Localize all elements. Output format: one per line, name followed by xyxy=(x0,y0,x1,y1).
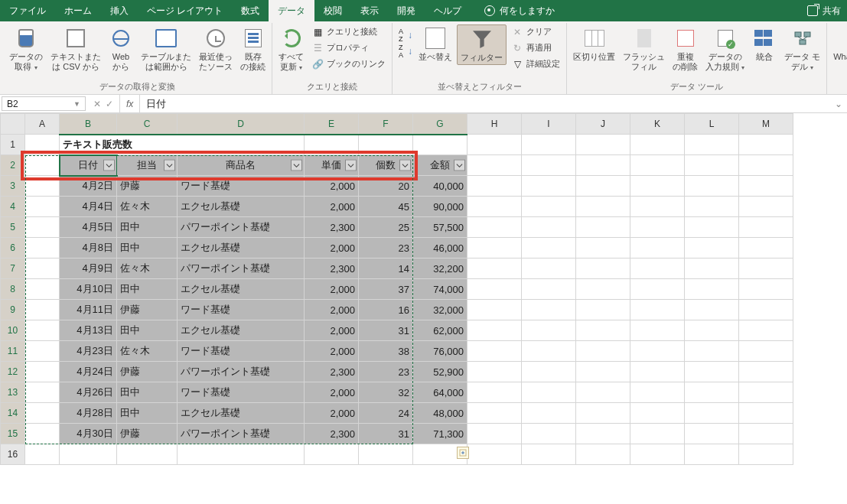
cell[interactable] xyxy=(685,320,739,341)
table-header-cell[interactable]: 日付 xyxy=(60,155,117,176)
column-header-I[interactable]: I xyxy=(522,114,576,135)
cell[interactable] xyxy=(25,341,60,362)
cell[interactable] xyxy=(25,424,60,444)
cell[interactable] xyxy=(739,382,793,403)
cell[interactable] xyxy=(739,403,793,424)
cell[interactable] xyxy=(359,135,413,155)
cell[interactable] xyxy=(630,279,685,300)
sort-az-button[interactable]: AZ↓ xyxy=(396,28,414,43)
cell[interactable] xyxy=(522,259,576,279)
cell[interactable] xyxy=(739,362,793,382)
table-cell[interactable]: 伊藤 xyxy=(117,362,178,382)
menu-tab-表示[interactable]: 表示 xyxy=(351,0,388,21)
cell[interactable] xyxy=(576,362,630,382)
cell[interactable] xyxy=(576,176,630,197)
table-cell[interactable]: パワーポイント基礎 xyxy=(178,362,305,382)
reapply-filter-button[interactable]: ↻再適用 xyxy=(508,41,563,56)
advanced-filter-button[interactable]: ▽詳細設定 xyxy=(508,57,563,72)
queries-connections-button[interactable]: ▦クエリと接続 xyxy=(308,24,389,40)
cell[interactable] xyxy=(739,259,793,279)
cell[interactable] xyxy=(576,279,630,300)
row-header[interactable]: 2 xyxy=(1,155,25,176)
table-cell[interactable]: 4月28日 xyxy=(60,403,117,424)
formula-cancel-icon[interactable]: ✕ xyxy=(93,99,101,109)
cell[interactable] xyxy=(467,155,522,176)
cell[interactable] xyxy=(467,341,522,362)
table-cell[interactable]: パワーポイント基礎 xyxy=(178,424,305,444)
column-header-D[interactable]: D xyxy=(178,114,305,135)
table-cell[interactable]: ワード基礎 xyxy=(178,341,305,362)
consolidate-button[interactable]: 統合 xyxy=(749,24,780,63)
cell[interactable] xyxy=(467,320,522,341)
cell[interactable] xyxy=(576,341,630,362)
table-cell[interactable]: ワード基礎 xyxy=(178,300,305,320)
select-all-corner[interactable] xyxy=(1,114,25,135)
cell[interactable] xyxy=(576,382,630,403)
table-cell[interactable]: エクセル基礎 xyxy=(178,320,305,341)
column-header-B[interactable]: B xyxy=(60,114,117,135)
cell[interactable] xyxy=(685,259,739,279)
cell[interactable] xyxy=(630,300,685,320)
column-header-E[interactable]: E xyxy=(305,114,359,135)
table-cell[interactable]: エクセル基礎 xyxy=(178,238,305,259)
table-cell[interactable]: 24 xyxy=(359,403,413,424)
row-header[interactable]: 5 xyxy=(1,217,25,238)
cell[interactable] xyxy=(630,217,685,238)
name-box[interactable]: B2▼ xyxy=(2,96,86,111)
table-cell[interactable]: パワーポイント基礎 xyxy=(178,259,305,279)
column-header-K[interactable]: K xyxy=(630,114,685,135)
cell[interactable] xyxy=(685,362,739,382)
existing-connections-button[interactable]: 既存 の接続 xyxy=(237,24,269,73)
table-cell[interactable]: 16 xyxy=(359,300,413,320)
table-cell[interactable]: 2,300 xyxy=(305,217,359,238)
table-cell[interactable]: エクセル基礎 xyxy=(178,197,305,217)
cell[interactable] xyxy=(25,300,60,320)
refresh-all-button[interactable]: すべて 更新 ▾ xyxy=(275,24,307,73)
table-cell[interactable]: 2,000 xyxy=(305,341,359,362)
formula-enter-icon[interactable]: ✓ xyxy=(106,99,113,109)
table-cell[interactable]: 2,000 xyxy=(305,197,359,217)
filter-dropdown-button[interactable] xyxy=(291,160,302,171)
table-header-cell[interactable]: 金額 xyxy=(413,155,467,176)
cell[interactable] xyxy=(739,300,793,320)
table-cell[interactable]: 伊藤 xyxy=(117,300,178,320)
cell[interactable] xyxy=(25,279,60,300)
cell[interactable] xyxy=(685,424,739,444)
column-header-A[interactable]: A xyxy=(25,114,60,135)
cell[interactable] xyxy=(576,424,630,444)
cell[interactable] xyxy=(467,217,522,238)
table-cell[interactable]: 38 xyxy=(359,341,413,362)
table-cell[interactable]: 2,300 xyxy=(305,259,359,279)
table-cell[interactable]: 76,000 xyxy=(413,341,467,362)
table-cell[interactable]: 2,300 xyxy=(305,424,359,444)
cell[interactable] xyxy=(467,238,522,259)
menu-tab-校閲[interactable]: 校閲 xyxy=(314,0,351,21)
cell[interactable] xyxy=(522,217,576,238)
formula-input[interactable]: 日付 xyxy=(140,95,830,112)
cell[interactable] xyxy=(630,403,685,424)
table-cell[interactable]: 2,300 xyxy=(305,362,359,382)
table-cell[interactable]: 32,200 xyxy=(413,259,467,279)
table-cell[interactable]: 4月24日 xyxy=(60,362,117,382)
table-cell[interactable]: 45 xyxy=(359,197,413,217)
filter-dropdown-button[interactable] xyxy=(164,160,175,171)
menu-tab-ヘルプ[interactable]: ヘルプ xyxy=(425,0,471,21)
cell[interactable] xyxy=(25,403,60,424)
text-to-columns-button[interactable]: 区切り位置 xyxy=(570,24,618,63)
cell[interactable] xyxy=(522,135,576,155)
cell[interactable] xyxy=(359,444,413,465)
cell[interactable] xyxy=(630,341,685,362)
row-header[interactable]: 15 xyxy=(1,424,25,444)
cell[interactable] xyxy=(576,135,630,155)
cell[interactable] xyxy=(630,155,685,176)
table-cell[interactable]: 4月4日 xyxy=(60,197,117,217)
table-cell[interactable]: 74,000 xyxy=(413,279,467,300)
table-cell[interactable]: 37 xyxy=(359,279,413,300)
cell[interactable] xyxy=(522,279,576,300)
cell[interactable] xyxy=(685,279,739,300)
from-web-button[interactable]: Web から xyxy=(106,24,136,73)
cell[interactable] xyxy=(25,155,60,176)
table-cell[interactable]: 62,000 xyxy=(413,320,467,341)
cell[interactable] xyxy=(739,444,793,465)
cell[interactable] xyxy=(576,259,630,279)
